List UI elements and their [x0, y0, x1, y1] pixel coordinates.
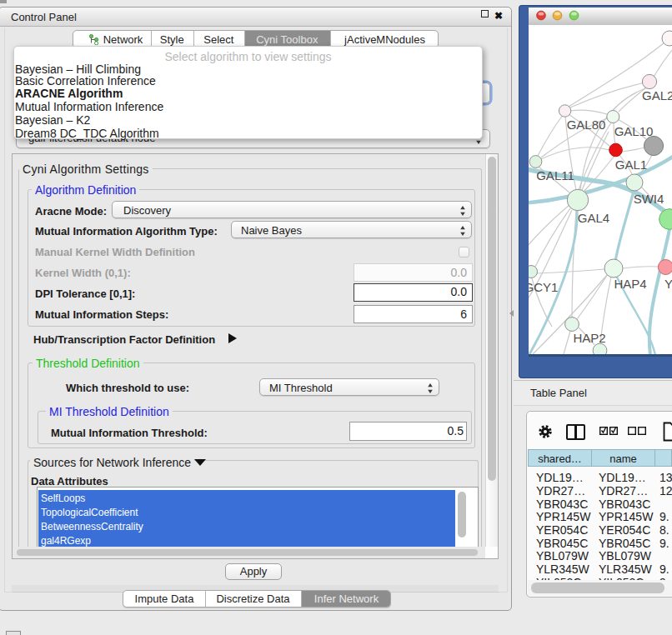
- svg-text:HAP2: HAP2: [573, 331, 605, 345]
- svg-text:GAL80: GAL80: [567, 118, 606, 132]
- svg-text:SWI4: SWI4: [634, 192, 664, 206]
- svg-text:YD: YD: [664, 277, 672, 291]
- svg-text:GCY1: GCY1: [529, 280, 558, 294]
- svg-text:GAL11: GAL11: [536, 168, 574, 182]
- svg-text:HAP4: HAP4: [614, 277, 646, 291]
- svg-text:GAL4: GAL4: [578, 211, 609, 225]
- svg-text:GAL10: GAL10: [614, 124, 654, 138]
- svg-text:GAL2: GAL2: [642, 88, 672, 102]
- svg-text:GAL1: GAL1: [615, 158, 647, 172]
